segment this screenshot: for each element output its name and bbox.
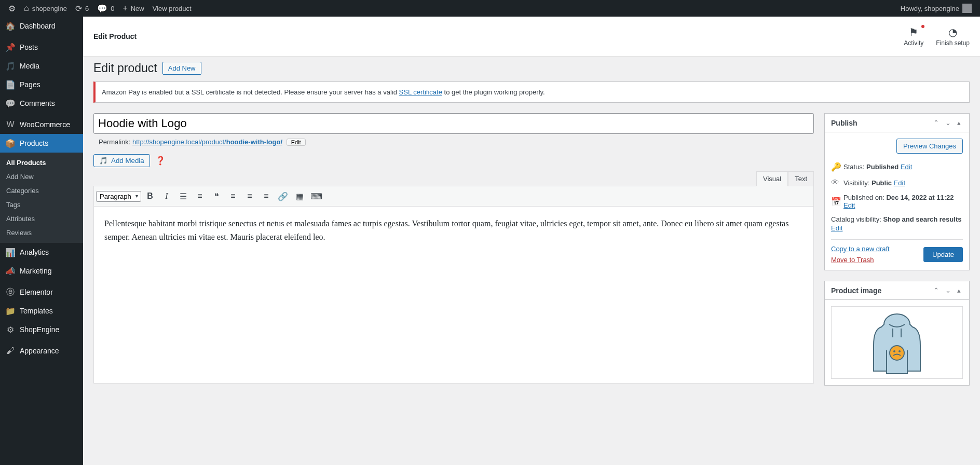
howdy-label: Howdy, shopengine — [901, 5, 959, 12]
finish-setup-button[interactable]: ◔ Finish setup — [936, 26, 970, 47]
key-icon: 🔑 — [831, 162, 839, 172]
menu-dashboard[interactable]: 🏠Dashboard — [0, 17, 83, 35]
wrap-heading: Edit product — [93, 61, 157, 75]
edit-catalog-link[interactable]: Edit — [831, 224, 842, 232]
site-name-link[interactable]: ⌂shopengine — [20, 0, 71, 17]
italic-button[interactable]: I — [159, 188, 174, 204]
submenu-add-new[interactable]: Add New — [0, 170, 83, 184]
preview-changes-button[interactable]: Preview Changes — [896, 139, 963, 154]
move-trash-link[interactable]: Move to Trash — [831, 256, 890, 264]
align-left-button[interactable]: ≡ — [225, 188, 241, 204]
view-product-label: View product — [153, 5, 192, 12]
copy-draft-link[interactable]: Copy to a new draft — [831, 245, 890, 253]
move-down-icon[interactable]: ⌄ — [943, 117, 953, 129]
new-content-link[interactable]: +New — [118, 0, 148, 17]
move-up-icon[interactable]: ⌃ — [931, 117, 941, 129]
edit-visibility-link[interactable]: Edit — [894, 179, 905, 187]
menu-posts[interactable]: 📌Posts — [0, 38, 83, 57]
product-title-input[interactable] — [93, 113, 814, 134]
submenu-attributes[interactable]: Attributes — [0, 212, 83, 226]
number-list-button[interactable]: ≡ — [192, 188, 208, 204]
setup-icon: ◔ — [936, 26, 970, 38]
product-image-box: Product image ⌃ ⌄ ▴ — [824, 281, 970, 386]
submenu-tags[interactable]: Tags — [0, 198, 83, 212]
view-product-link[interactable]: View product — [148, 0, 196, 17]
menu-templates[interactable]: 📁Templates — [0, 302, 83, 320]
menu-products[interactable]: 📦Products — [0, 134, 83, 153]
move-up-icon[interactable]: ⌃ — [931, 284, 941, 296]
home-icon: ⌂ — [24, 4, 29, 13]
menu-appearance[interactable]: 🖌Appearance — [0, 341, 83, 360]
bold-button[interactable]: B — [142, 188, 158, 204]
menu-media[interactable]: 🎵Media — [0, 57, 83, 75]
wp-logo[interactable]: ⚙ — [4, 0, 20, 17]
templates-icon: 📁 — [5, 306, 16, 316]
menu-analytics[interactable]: 📊Analytics — [0, 243, 83, 262]
more-button[interactable]: ▦ — [292, 188, 307, 204]
submenu-categories[interactable]: Categories — [0, 184, 83, 198]
publish-box: Publish ⌃ ⌄ ▴ Preview Changes 🔑Status: P… — [824, 113, 970, 270]
edit-status-link[interactable]: Edit — [901, 163, 912, 171]
tab-visual[interactable]: Visual — [756, 171, 788, 186]
link-button[interactable]: 🔗 — [275, 188, 291, 204]
editor-content[interactable]: Pellentesque habitant morbi tristique se… — [94, 207, 813, 383]
updates-icon: ⟳ — [75, 4, 82, 13]
ssl-link[interactable]: SSL certificate — [399, 88, 442, 96]
move-down-icon[interactable]: ⌄ — [943, 284, 953, 296]
updates-link[interactable]: ⟳6 — [71, 0, 93, 17]
comments-link[interactable]: 💬0 — [93, 0, 118, 17]
update-button[interactable]: Update — [923, 247, 963, 262]
help-icon[interactable]: ❓ — [155, 156, 166, 166]
tab-text[interactable]: Text — [788, 171, 814, 186]
quote-button[interactable]: ❝ — [209, 188, 224, 204]
calendar-icon: 📅 — [831, 197, 839, 207]
marketing-icon: 📣 — [5, 266, 16, 276]
product-image-thumbnail[interactable] — [831, 306, 963, 379]
submenu-reviews[interactable]: Reviews — [0, 226, 83, 240]
bullet-list-button[interactable]: ☰ — [175, 188, 191, 204]
product-image-title: Product image — [831, 286, 881, 295]
appearance-icon: 🖌 — [5, 346, 16, 356]
edit-slug-button[interactable]: Edit — [287, 139, 306, 146]
woo-icon: W — [5, 119, 16, 130]
menu-woocommerce[interactable]: WWooCommerce — [0, 115, 83, 134]
hoodie-icon — [861, 309, 933, 376]
menu-comments[interactable]: 💬Comments — [0, 94, 83, 113]
format-select[interactable]: Paragraph — [96, 191, 141, 202]
align-right-button[interactable]: ≡ — [258, 188, 274, 204]
submenu-all-products[interactable]: All Products — [0, 156, 83, 170]
wordpress-icon: ⚙ — [8, 4, 16, 13]
admin-sidebar: 🏠Dashboard 📌Posts 🎵Media 📄Pages 💬Comment… — [0, 17, 83, 465]
add-media-button[interactable]: 🎵Add Media — [93, 154, 150, 167]
add-new-button[interactable]: Add New — [162, 62, 201, 75]
elementor-icon: ⓔ — [5, 287, 16, 297]
new-label: New — [131, 5, 144, 12]
editor-tabs: Visual Text — [93, 171, 814, 186]
howdy-link[interactable]: Howdy, shopengine — [896, 0, 976, 17]
toolbar-toggle-button[interactable]: ⌨ — [308, 188, 324, 204]
edit-date-link[interactable]: Edit — [843, 201, 855, 209]
svg-point-2 — [890, 346, 904, 360]
menu-shopengine[interactable]: ⚙ShopEngine — [0, 320, 83, 339]
menu-marketing[interactable]: 📣Marketing — [0, 262, 83, 280]
admin-bar: ⚙ ⌂shopengine ⟳6 💬0 +New View product Ho… — [0, 0, 980, 17]
editor-box: Paragraph B I ☰ ≡ ❝ ≡ ≡ ≡ 🔗 ▦ ⌨ — [93, 186, 814, 384]
dashboard-icon: 🏠 — [5, 21, 16, 31]
toggle-icon[interactable]: ▴ — [955, 284, 963, 296]
menu-elementor[interactable]: ⓔElementor — [0, 283, 83, 302]
editor-toolbar: Paragraph B I ☰ ≡ ❝ ≡ ≡ ≡ 🔗 ▦ ⌨ — [94, 186, 813, 207]
menu-pages[interactable]: 📄Pages — [0, 75, 83, 94]
pin-icon: 📌 — [5, 42, 16, 52]
products-submenu: All Products Add New Categories Tags Att… — [0, 153, 83, 243]
updates-count: 6 — [85, 5, 89, 12]
products-icon: 📦 — [5, 138, 16, 148]
permalink-link[interactable]: http://shopengine.local/product/hoodie-w… — [132, 138, 282, 146]
activity-button[interactable]: ⚑ Activity — [904, 26, 923, 47]
align-center-button[interactable]: ≡ — [242, 188, 257, 204]
site-name-label: shopengine — [32, 5, 67, 12]
main-content: Edit Product ⚑ Activity ◔ Finish setup E… — [83, 17, 980, 465]
plus-icon: + — [122, 4, 127, 13]
toggle-icon[interactable]: ▴ — [955, 117, 963, 129]
analytics-icon: 📊 — [5, 247, 16, 257]
media-icon: 🎵 — [5, 61, 16, 71]
